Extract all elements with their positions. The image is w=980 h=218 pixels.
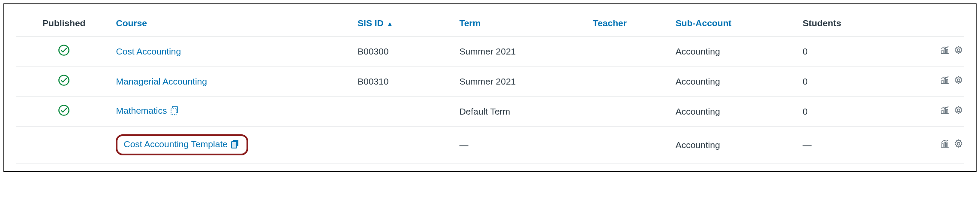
settings-gear-icon[interactable] <box>953 139 964 151</box>
statistics-icon[interactable] <box>940 45 950 58</box>
published-cell <box>16 97 111 127</box>
subaccount-cell: Accounting <box>671 97 799 127</box>
header-term[interactable]: Term <box>455 12 588 36</box>
blueprint-icon <box>170 105 180 118</box>
table-body: Cost AccountingB00300Summer 2021Accounti… <box>16 36 964 164</box>
actions-cell <box>900 127 964 164</box>
teacher-cell <box>589 97 671 127</box>
course-cell: Cost Accounting Template <box>111 127 353 164</box>
template-icon <box>230 139 240 151</box>
table-header-row: Published Course SIS ID ▲ Term Teacher S… <box>16 12 964 36</box>
settings-gear-icon[interactable] <box>953 75 964 88</box>
published-check-icon <box>58 44 70 58</box>
course-cell: Mathematics <box>111 97 353 127</box>
table-row: Cost AccountingB00300Summer 2021Accounti… <box>16 36 964 67</box>
table-row: MathematicsDefault TermAccounting0 <box>16 97 964 127</box>
sis-id-cell: B00310 <box>353 67 455 97</box>
statistics-icon[interactable] <box>940 105 950 118</box>
highlight-annotation: Cost Accounting Template <box>116 134 248 155</box>
teacher-cell <box>589 127 671 164</box>
term-cell: — <box>455 127 588 164</box>
subaccount-cell: Accounting <box>671 127 799 164</box>
header-subaccount[interactable]: Sub-Account <box>671 12 799 36</box>
header-sis-id[interactable]: SIS ID ▲ <box>353 12 455 36</box>
students-cell: 0 <box>798 97 900 127</box>
students-cell: 0 <box>798 67 900 97</box>
term-cell: Summer 2021 <box>455 36 588 67</box>
header-students: Students <box>798 12 900 36</box>
course-link[interactable]: Mathematics <box>116 106 167 115</box>
students-cell: 0 <box>798 36 900 67</box>
statistics-icon[interactable] <box>940 139 950 151</box>
header-sis-id-label: SIS ID <box>358 18 384 28</box>
courses-table-container: Published Course SIS ID ▲ Term Teacher S… <box>3 3 977 172</box>
settings-gear-icon[interactable] <box>953 45 964 58</box>
course-link[interactable]: Managerial Accounting <box>116 76 207 86</box>
published-check-icon <box>58 74 70 88</box>
actions-cell <box>900 36 964 67</box>
course-cell: Managerial Accounting <box>111 67 353 97</box>
settings-gear-icon[interactable] <box>953 105 964 118</box>
sort-ascending-icon: ▲ <box>387 20 393 27</box>
course-cell: Cost Accounting <box>111 36 353 67</box>
statistics-icon[interactable] <box>940 75 950 88</box>
term-cell: Summer 2021 <box>455 67 588 97</box>
teacher-cell <box>589 67 671 97</box>
header-course[interactable]: Course <box>111 12 353 36</box>
published-cell <box>16 36 111 67</box>
header-teacher[interactable]: Teacher <box>589 12 671 36</box>
table-row: Managerial AccountingB00310Summer 2021Ac… <box>16 67 964 97</box>
sis-id-cell <box>353 97 455 127</box>
term-cell: Default Term <box>455 97 588 127</box>
published-cell <box>16 127 111 164</box>
students-cell: — <box>798 127 900 164</box>
teacher-cell <box>589 36 671 67</box>
sis-id-cell: B00300 <box>353 36 455 67</box>
courses-table: Published Course SIS ID ▲ Term Teacher S… <box>16 12 964 164</box>
header-published: Published <box>16 12 111 36</box>
subaccount-cell: Accounting <box>671 67 799 97</box>
actions-cell <box>900 67 964 97</box>
course-link[interactable]: Cost Accounting Template <box>123 139 227 149</box>
sis-id-cell <box>353 127 455 164</box>
course-link[interactable]: Cost Accounting <box>116 46 181 56</box>
subaccount-cell: Accounting <box>671 36 799 67</box>
header-actions <box>900 12 964 36</box>
published-check-icon <box>58 104 70 118</box>
actions-cell <box>900 97 964 127</box>
published-cell <box>16 67 111 97</box>
table-row: Cost Accounting Template—Accounting— <box>16 127 964 164</box>
